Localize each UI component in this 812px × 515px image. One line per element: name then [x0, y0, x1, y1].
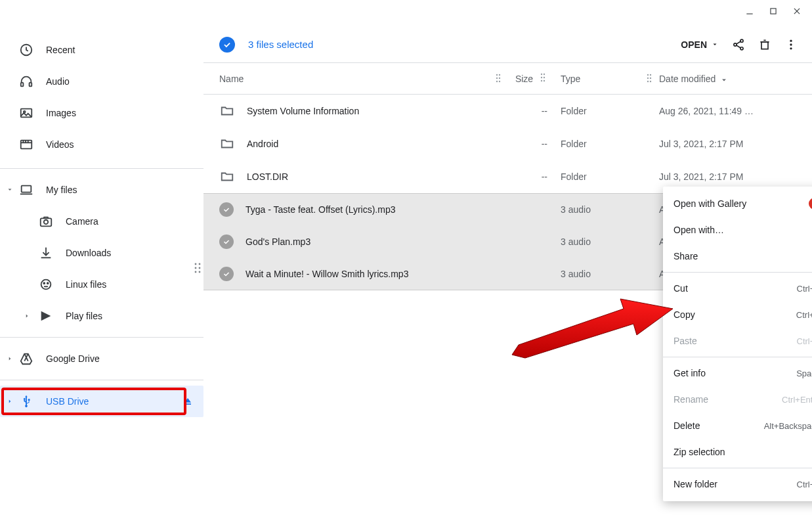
file-name: Tyga - Taste feat. Offset (Lyrics).mp3 [246, 204, 396, 215]
svg-point-25 [195, 263, 197, 265]
sidebar-item-label: Audio [46, 76, 196, 87]
svg-point-44 [496, 77, 498, 78]
context-menu-item[interactable]: New folderCtrl+E [663, 471, 812, 497]
context-menu-label: Zip selection [673, 447, 725, 457]
context-menu-shortcut: Space [796, 369, 812, 378]
sidebar-divider [0, 337, 203, 338]
column-header-size[interactable]: Size [508, 73, 561, 84]
file-type: Folder [561, 139, 659, 149]
sidebar-item-camera[interactable]: Camera [0, 206, 203, 237]
svg-point-19 [41, 280, 51, 290]
window-minimize-button[interactable] [744, 5, 756, 17]
context-menu-shortcut: Ctrl+V [797, 336, 812, 346]
context-menu-item[interactable]: Share [663, 243, 812, 269]
delete-button[interactable] [752, 33, 778, 56]
svg-point-54 [647, 74, 649, 75]
camera-icon [38, 213, 54, 229]
file-name: Android [247, 139, 278, 149]
sidebar-item-label: Google Drive [46, 353, 196, 364]
file-row[interactable]: System Volume Information--FolderAug 26,… [203, 95, 812, 127]
context-menu-item[interactable]: Open with Gallery [663, 190, 812, 217]
context-menu-label: Rename [673, 394, 708, 405]
sidebar-item-audio[interactable]: Audio [0, 66, 203, 97]
file-name: God's Plan.mp3 [246, 236, 310, 247]
sidebar-divider [0, 380, 203, 380]
svg-point-28 [199, 267, 201, 269]
sidebar: Recent Audio Images Videos [0, 0, 203, 515]
sidebar-item-linux[interactable]: Linux files [0, 269, 203, 300]
column-header-row: Name Size Type Date modified [203, 63, 812, 95]
svg-point-21 [47, 282, 49, 284]
folder-icon [219, 169, 235, 185]
sidebar-item-downloads[interactable]: Downloads [0, 237, 203, 269]
file-type: 3 audio [561, 204, 659, 215]
column-resize-icon[interactable] [494, 74, 503, 83]
window-maximize-button[interactable] [767, 5, 779, 17]
sidebar-item-google-drive[interactable]: Google Drive [0, 343, 203, 374]
open-button[interactable]: OPEN [674, 33, 725, 56]
svg-point-52 [541, 80, 542, 81]
column-header-type[interactable]: Type [561, 74, 659, 84]
svg-point-43 [499, 74, 500, 75]
context-menu-item: PasteCtrl+V [663, 328, 812, 354]
selection-count-text: 3 files selected [248, 39, 313, 50]
sidebar-item-playfiles[interactable]: Play files [0, 300, 203, 332]
svg-rect-6 [30, 83, 32, 86]
sort-descending-icon [719, 74, 729, 83]
svg-point-46 [496, 80, 498, 81]
column-resize-icon[interactable] [538, 73, 547, 82]
column-resize-icon[interactable] [645, 74, 654, 83]
sidebar-item-label: USB Drive [46, 396, 180, 407]
share-button[interactable] [725, 33, 752, 56]
sidebar-item-usb-drive[interactable]: USB Drive [0, 386, 203, 417]
context-menu-label: Delete [673, 420, 700, 431]
selected-check-icon [219, 267, 234, 281]
column-header-date[interactable]: Date modified [659, 74, 804, 84]
svg-line-35 [737, 45, 741, 47]
svg-point-53 [544, 80, 545, 81]
window-close-button[interactable] [791, 5, 803, 17]
context-menu-item[interactable]: CopyCtrl+C [663, 302, 812, 328]
context-menu-item[interactable]: DeleteAlt+Backspace [663, 413, 812, 439]
folder-icon [219, 136, 235, 152]
context-menu-label: Share [673, 251, 698, 261]
svg-point-58 [647, 80, 649, 81]
videos-icon [18, 137, 34, 152]
resize-handle-icon[interactable] [194, 263, 201, 273]
chevron-right-icon [22, 311, 32, 321]
file-size: -- [508, 171, 561, 182]
column-header-name[interactable]: Name [219, 74, 508, 84]
context-menu-item[interactable]: Get infoSpace [663, 360, 812, 386]
sidebar-item-label: Images [46, 108, 196, 118]
selection-indicator-icon[interactable] [219, 37, 235, 53]
sidebar-item-label: Recent [46, 45, 196, 55]
audio-icon [18, 74, 34, 89]
context-menu-separator [663, 357, 812, 357]
sidebar-item-recent[interactable]: Recent [0, 34, 203, 66]
svg-point-27 [195, 267, 197, 269]
context-menu-separator [663, 272, 812, 273]
chevron-down-icon [711, 41, 719, 49]
context-menu-label: Cut [673, 283, 688, 294]
eject-button[interactable] [180, 393, 196, 409]
context-menu-shortcut: Ctrl+E [797, 480, 812, 489]
svg-point-50 [541, 77, 542, 78]
more-options-button[interactable] [778, 33, 804, 56]
sidebar-item-videos[interactable]: Videos [0, 129, 203, 160]
svg-point-20 [43, 282, 45, 284]
svg-point-26 [199, 263, 201, 265]
file-date: Aug 26, 2021, 11:49 … [659, 106, 804, 116]
file-size: -- [508, 106, 561, 116]
file-row[interactable]: Android--FolderJul 3, 2021, 2:17 PM [203, 127, 812, 160]
sidebar-item-images[interactable]: Images [0, 97, 203, 129]
context-menu-item[interactable]: CutCtrl+X [663, 275, 812, 302]
sidebar-item-myfiles[interactable]: My files [0, 174, 203, 206]
svg-point-41 [790, 47, 792, 49]
svg-rect-36 [761, 41, 768, 49]
context-menu-item[interactable]: Open with… [663, 217, 812, 243]
context-menu-item[interactable]: Zip selection [663, 439, 812, 465]
svg-point-30 [199, 271, 201, 273]
context-menu-label: Copy [673, 309, 695, 320]
context-menu-label: New folder [673, 479, 717, 489]
window-controls [735, 0, 812, 22]
